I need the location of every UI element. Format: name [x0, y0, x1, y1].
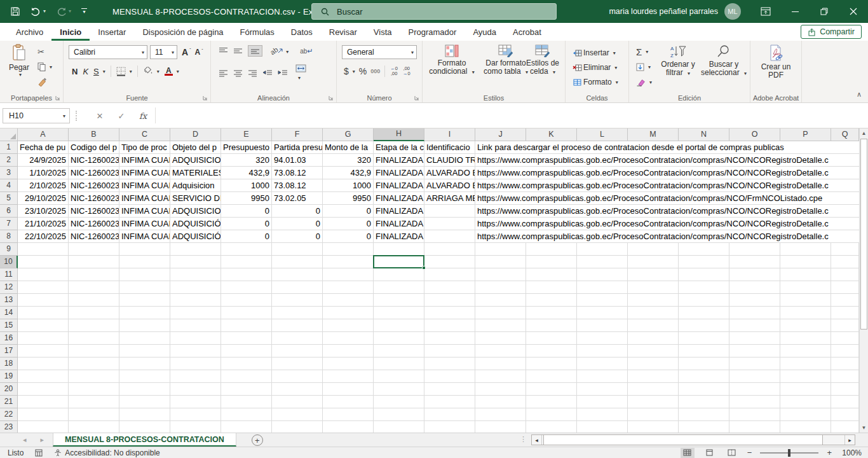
cell[interactable]	[780, 408, 831, 421]
normal-view-icon[interactable]	[681, 448, 695, 458]
cell[interactable]	[69, 307, 119, 319]
cell[interactable]	[323, 421, 374, 433]
row-header-9[interactable]: 9	[0, 243, 18, 256]
cell[interactable]	[679, 421, 729, 433]
cell[interactable]	[475, 332, 526, 345]
cell[interactable]: 0	[323, 230, 374, 243]
cell[interactable]	[526, 281, 577, 294]
font-size-select[interactable]: 11▾	[150, 45, 177, 59]
column-header-I[interactable]: I	[424, 128, 475, 141]
minimize-button[interactable]	[780, 0, 810, 23]
cell[interactable]	[424, 370, 475, 383]
cell[interactable]	[69, 268, 119, 281]
align-bottom-icon[interactable]	[248, 45, 262, 57]
row-header-20[interactable]: 20	[0, 383, 18, 396]
shrink-font-button[interactable]: Aˇ	[193, 45, 205, 59]
cell[interactable]	[475, 408, 526, 421]
cell[interactable]	[221, 243, 272, 256]
cell[interactable]: INFIMA CUAN	[119, 192, 170, 205]
cell[interactable]	[577, 345, 628, 357]
create-pdf-button[interactable]: Crear un PDF	[759, 45, 792, 80]
cell[interactable]	[831, 243, 859, 256]
cell[interactable]	[221, 307, 272, 319]
cell[interactable]: 22/10/2025	[18, 230, 69, 243]
cell[interactable]	[221, 294, 272, 307]
number-dialog-launcher[interactable]	[414, 95, 419, 101]
cell[interactable]	[374, 243, 424, 256]
cell[interactable]	[119, 370, 170, 383]
cell[interactable]	[272, 332, 323, 345]
cell[interactable]	[831, 281, 859, 294]
cell[interactable]: NIC-1260023	[69, 167, 119, 179]
column-header-J[interactable]: J	[475, 128, 526, 141]
scroll-left-icon[interactable]: ◂	[532, 435, 542, 445]
cell[interactable]	[323, 243, 374, 256]
cell[interactable]	[729, 307, 780, 319]
cell[interactable]	[69, 345, 119, 357]
cell[interactable]: https://www.compraspublicas.gob.ec/Proce…	[475, 192, 859, 205]
row-header-5[interactable]: 5	[0, 192, 18, 205]
cell[interactable]: 9950	[221, 192, 272, 205]
cell[interactable]	[526, 243, 577, 256]
cell[interactable]	[780, 345, 831, 357]
cell[interactable]	[577, 319, 628, 332]
cell[interactable]	[272, 357, 323, 370]
horizontal-scroll-thumb[interactable]	[543, 435, 823, 445]
cell[interactable]	[69, 281, 119, 294]
font-dialog-launcher[interactable]	[203, 95, 208, 101]
zoom-slider-thumb[interactable]	[788, 449, 790, 457]
cell[interactable]: INFIMA CUAN	[119, 205, 170, 218]
cell[interactable]	[374, 294, 424, 307]
cell[interactable]	[119, 345, 170, 357]
cell[interactable]	[780, 256, 831, 268]
column-header-G[interactable]: G	[323, 128, 374, 141]
cell[interactable]: 1/10/2025	[18, 167, 69, 179]
row-header-4[interactable]: 4	[0, 179, 18, 192]
cell[interactable]	[221, 357, 272, 370]
cell[interactable]: Objeto del p	[170, 141, 221, 154]
formula-input[interactable]	[155, 108, 865, 123]
cell[interactable]	[18, 294, 69, 307]
cell[interactable]: ALVARADO E	[424, 167, 475, 179]
cell[interactable]	[577, 370, 628, 383]
cell[interactable]	[475, 319, 526, 332]
cell[interactable]	[526, 421, 577, 433]
cell[interactable]	[119, 294, 170, 307]
column-header-F[interactable]: F	[272, 128, 323, 141]
cell[interactable]	[374, 319, 424, 332]
underline-button[interactable]: S▾	[92, 64, 107, 78]
tab-disposici-n-de-p-gina[interactable]: Disposición de página	[134, 23, 231, 41]
cell[interactable]	[374, 332, 424, 345]
cell[interactable]: 2/10/2025	[18, 179, 69, 192]
cell[interactable]	[780, 268, 831, 281]
cell[interactable]	[119, 396, 170, 408]
cell[interactable]	[577, 421, 628, 433]
cell[interactable]	[577, 281, 628, 294]
cell[interactable]	[831, 383, 859, 396]
increase-decimal-button[interactable]: ←0,00	[390, 66, 398, 76]
cell[interactable]	[374, 268, 424, 281]
cell[interactable]	[526, 319, 577, 332]
cell[interactable]	[170, 383, 221, 396]
cell[interactable]	[679, 243, 729, 256]
cell[interactable]	[119, 243, 170, 256]
cell[interactable]	[374, 396, 424, 408]
align-left-icon[interactable]	[219, 69, 228, 77]
cell[interactable]: MATERIALES	[170, 167, 221, 179]
cell[interactable]	[69, 332, 119, 345]
row-header-18[interactable]: 18	[0, 357, 18, 370]
column-header-C[interactable]: C	[119, 128, 170, 141]
cell[interactable]: NIC-1260023	[69, 179, 119, 192]
cell[interactable]	[577, 256, 628, 268]
cell[interactable]	[526, 396, 577, 408]
tab-revisar[interactable]: Revisar	[321, 23, 365, 41]
cell[interactable]	[18, 357, 69, 370]
cell[interactable]: 1000	[323, 179, 374, 192]
cell[interactable]	[577, 383, 628, 396]
format-painter-button[interactable]	[36, 75, 49, 89]
cut-button[interactable]: ✂	[36, 45, 46, 59]
copy-button[interactable]: ▾	[36, 60, 54, 74]
cell[interactable]	[831, 345, 859, 357]
cell-styles-button[interactable]: Estilos de celda ▾	[522, 45, 564, 76]
cell[interactable]	[221, 281, 272, 294]
